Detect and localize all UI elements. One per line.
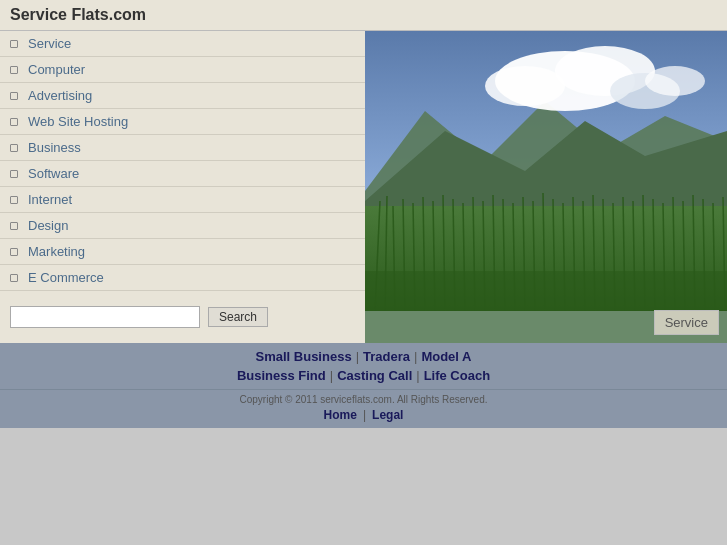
sep-2: |: [414, 349, 417, 364]
svg-point-7: [645, 66, 705, 96]
small-business-link[interactable]: Small Business: [256, 349, 352, 364]
sidebar: ServiceComputerAdvertisingWeb Site Hosti…: [0, 31, 365, 343]
sidebar-item-internet[interactable]: Internet: [0, 187, 365, 213]
sidebar-item-label: Computer: [28, 62, 85, 77]
nav-bullet-icon: [10, 222, 20, 230]
main-container: ServiceComputerAdvertisingWeb Site Hosti…: [0, 31, 727, 343]
life-coach-link[interactable]: Life Coach: [424, 368, 490, 383]
sidebar-item-label: Advertising: [28, 88, 92, 103]
legal-footer-link[interactable]: Legal: [372, 408, 403, 422]
nav-bullet-icon: [10, 170, 20, 178]
home-footer-link[interactable]: Home: [324, 408, 357, 422]
footer-sep: |: [363, 408, 366, 422]
copyright-text: Copyright © 2011 serviceflats.com. All R…: [0, 394, 727, 405]
nav-bullet-icon: [10, 92, 20, 100]
nav-bullet-icon: [10, 248, 20, 256]
sidebar-item-e-commerce[interactable]: E Commerce: [0, 265, 365, 291]
nav-bullet-icon: [10, 66, 20, 74]
links-bar: Small Business | Tradera | Model A Busin…: [0, 343, 727, 389]
sidebar-item-label: E Commerce: [28, 270, 104, 285]
search-area: Search: [0, 291, 365, 343]
sidebar-item-label: Internet: [28, 192, 72, 207]
business-find-link[interactable]: Business Find: [237, 368, 326, 383]
sidebar-item-label: Software: [28, 166, 79, 181]
casting-call-link[interactable]: Casting Call: [337, 368, 412, 383]
sidebar-item-label: Business: [28, 140, 81, 155]
nav-bullet-icon: [10, 144, 20, 152]
image-panel: Service: [365, 31, 727, 343]
nav-bullet-icon: [10, 274, 20, 282]
sidebar-item-design[interactable]: Design: [0, 213, 365, 239]
sidebar-item-label: Web Site Hosting: [28, 114, 128, 129]
nav-list: ServiceComputerAdvertisingWeb Site Hosti…: [0, 31, 365, 291]
sep-3: |: [330, 368, 333, 383]
svg-rect-45: [365, 271, 727, 311]
tradera-link[interactable]: Tradera: [363, 349, 410, 364]
model-a-link[interactable]: Model A: [421, 349, 471, 364]
header: Service Flats.com: [0, 0, 727, 31]
service-overlay-button[interactable]: Service: [654, 310, 719, 335]
svg-point-5: [485, 66, 565, 106]
sidebar-item-software[interactable]: Software: [0, 161, 365, 187]
sidebar-item-label: Service: [28, 36, 71, 51]
sidebar-item-marketing[interactable]: Marketing: [0, 239, 365, 265]
sep-4: |: [416, 368, 419, 383]
landscape-image: [365, 31, 727, 311]
sidebar-item-business[interactable]: Business: [0, 135, 365, 161]
main-wrapper: ServiceComputerAdvertisingWeb Site Hosti…: [0, 31, 727, 428]
sidebar-item-computer[interactable]: Computer: [0, 57, 365, 83]
search-input[interactable]: [10, 306, 200, 328]
search-button[interactable]: Search: [208, 307, 268, 327]
nav-bullet-icon: [10, 40, 20, 48]
links-row-1: Small Business | Tradera | Model A: [10, 349, 717, 364]
sidebar-item-web-site-hosting[interactable]: Web Site Hosting: [0, 109, 365, 135]
footer-links: Home | Legal: [0, 408, 727, 422]
nav-bullet-icon: [10, 118, 20, 126]
sidebar-item-label: Design: [28, 218, 68, 233]
site-title: Service Flats.com: [10, 6, 146, 23]
sidebar-item-label: Marketing: [28, 244, 85, 259]
sidebar-item-advertising[interactable]: Advertising: [0, 83, 365, 109]
links-row-2: Business Find | Casting Call | Life Coac…: [10, 368, 717, 383]
sep-1: |: [356, 349, 359, 364]
gray-area: [0, 428, 727, 545]
sidebar-item-service[interactable]: Service: [0, 31, 365, 57]
footer: Copyright © 2011 serviceflats.com. All R…: [0, 389, 727, 428]
nav-bullet-icon: [10, 196, 20, 204]
